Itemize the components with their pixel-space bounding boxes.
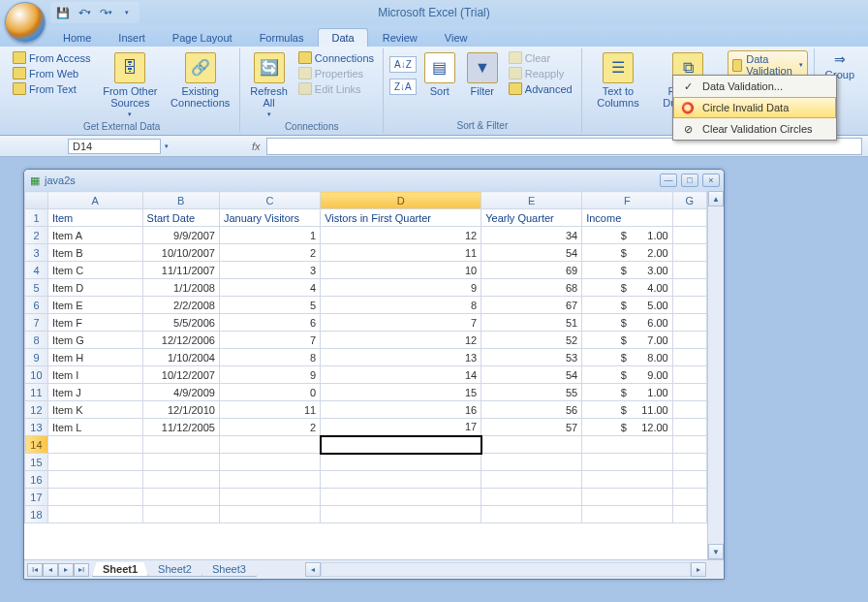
existing-connections-button[interactable]: 🔗Existing Connections (167, 50, 233, 120)
cell[interactable] (582, 489, 673, 506)
row-header[interactable]: 10 (25, 366, 48, 384)
vertical-scrollbar[interactable]: ▲ ▼ (707, 191, 724, 559)
cell[interactable]: $ 6.00 (582, 314, 673, 332)
cell[interactable] (672, 349, 706, 366)
cell[interactable]: 5/5/2006 (142, 314, 219, 332)
cell[interactable] (582, 471, 673, 489)
sheet-tab-sheet3[interactable]: Sheet3 (202, 562, 257, 577)
cell[interactable] (672, 366, 706, 384)
cell[interactable]: 5 (219, 297, 320, 314)
row-header[interactable]: 14 (25, 436, 48, 454)
cell[interactable] (219, 506, 320, 523)
minimize-button[interactable]: — (660, 174, 677, 187)
row-header[interactable]: 6 (25, 297, 48, 314)
tab-home[interactable]: Home (50, 29, 104, 47)
cell[interactable]: Item (47, 209, 142, 227)
cell[interactable]: 56 (481, 401, 582, 419)
tab-page-layout[interactable]: Page Layout (160, 29, 245, 47)
cell[interactable]: 3 (219, 262, 320, 279)
properties-button[interactable]: Properties (295, 66, 377, 80)
tab-formulas[interactable]: Formulas (247, 29, 317, 47)
horizontal-scrollbar[interactable]: ◂ ▸ (305, 562, 706, 577)
cell[interactable]: 7 (219, 332, 320, 349)
cell[interactable]: 2 (219, 244, 320, 262)
cell[interactable]: 12/1/2010 (142, 401, 219, 419)
cell[interactable]: $ 5.00 (582, 297, 673, 314)
cell[interactable] (321, 489, 481, 506)
col-header-F[interactable]: F (582, 192, 673, 209)
cell[interactable] (481, 489, 582, 506)
select-all-corner[interactable] (25, 192, 48, 209)
menu-clear-circles[interactable]: ⊘Clear Validation Circles (673, 118, 836, 140)
cell[interactable]: Item E (47, 297, 142, 314)
cell[interactable] (481, 471, 582, 489)
cell[interactable]: 67 (481, 297, 582, 314)
cell[interactable] (142, 436, 219, 454)
cell[interactable]: 9 (219, 366, 320, 384)
row-header[interactable]: 7 (25, 314, 48, 332)
scroll-left-button[interactable]: ◂ (305, 562, 321, 577)
cell[interactable]: $ 9.00 (582, 366, 673, 384)
cell[interactable] (481, 454, 582, 471)
cell[interactable]: $ 12.00 (582, 419, 673, 436)
cell[interactable]: 53 (481, 349, 582, 366)
cell[interactable] (672, 314, 706, 332)
cell[interactable] (672, 244, 706, 262)
sort-asc-button[interactable]: A↓Z (389, 56, 417, 73)
cell[interactable]: 11/12/2005 (142, 419, 219, 436)
cell[interactable]: 4 (219, 279, 320, 297)
row-header[interactable]: 12 (25, 401, 48, 419)
tab-review[interactable]: Review (370, 29, 430, 47)
cell[interactable] (672, 454, 706, 471)
cell[interactable] (321, 454, 481, 471)
cell[interactable]: Item G (47, 332, 142, 349)
col-header-G[interactable]: G (672, 192, 706, 209)
cell[interactable] (672, 384, 706, 401)
cell[interactable] (47, 489, 142, 506)
cell[interactable]: Item I (47, 366, 142, 384)
cell[interactable]: 15 (321, 384, 481, 401)
cell[interactable]: Item K (47, 401, 142, 419)
cell[interactable]: 0 (219, 384, 320, 401)
cell[interactable]: $ 2.00 (582, 244, 673, 262)
cell[interactable]: 2/2/2008 (142, 297, 219, 314)
cell[interactable] (672, 489, 706, 506)
cell[interactable] (219, 489, 320, 506)
cell[interactable] (672, 262, 706, 279)
col-header-B[interactable]: B (142, 192, 219, 209)
cell[interactable]: 10/10/2007 (142, 244, 219, 262)
cell[interactable] (582, 506, 673, 523)
cell[interactable] (672, 401, 706, 419)
cell[interactable]: 10 (321, 262, 481, 279)
cell[interactable]: 8 (219, 349, 320, 366)
cell[interactable]: Item L (47, 419, 142, 436)
cell[interactable]: 13 (321, 349, 481, 366)
cell[interactable]: 1/10/2004 (142, 349, 219, 366)
cell[interactable]: $ 7.00 (582, 332, 673, 349)
cell[interactable] (47, 436, 142, 454)
row-header[interactable]: 11 (25, 384, 48, 401)
cell[interactable]: 8 (321, 297, 481, 314)
name-box-dropdown[interactable]: ▾ (165, 143, 169, 150)
cell[interactable] (672, 506, 706, 523)
cell[interactable]: 6 (219, 314, 320, 332)
col-header-D[interactable]: D (321, 192, 481, 209)
cell[interactable] (47, 506, 142, 523)
filter-button[interactable]: ▼Filter (463, 50, 502, 119)
sheet-tab-sheet1[interactable]: Sheet1 (92, 562, 148, 577)
cell[interactable]: $ 1.00 (582, 384, 673, 401)
sort-desc-button[interactable]: Z↓A (389, 79, 417, 95)
reapply-button[interactable]: Reapply (506, 66, 575, 80)
connections-button[interactable]: Connections (295, 50, 377, 65)
cell[interactable]: $ 1.00 (582, 227, 673, 244)
office-button[interactable] (5, 2, 46, 43)
cell[interactable] (219, 454, 320, 471)
row-header[interactable]: 4 (25, 262, 48, 279)
sheet-nav-prev[interactable]: ◂ (43, 563, 58, 577)
cell[interactable]: $ 3.00 (582, 262, 673, 279)
cell[interactable] (672, 436, 706, 454)
tab-data[interactable]: Data (318, 28, 367, 47)
cell[interactable] (321, 436, 481, 454)
spreadsheet-grid[interactable]: ABCDEFG1ItemStart DateJanuary VisitorsVi… (24, 191, 707, 523)
cell[interactable]: 12/12/2006 (142, 332, 219, 349)
